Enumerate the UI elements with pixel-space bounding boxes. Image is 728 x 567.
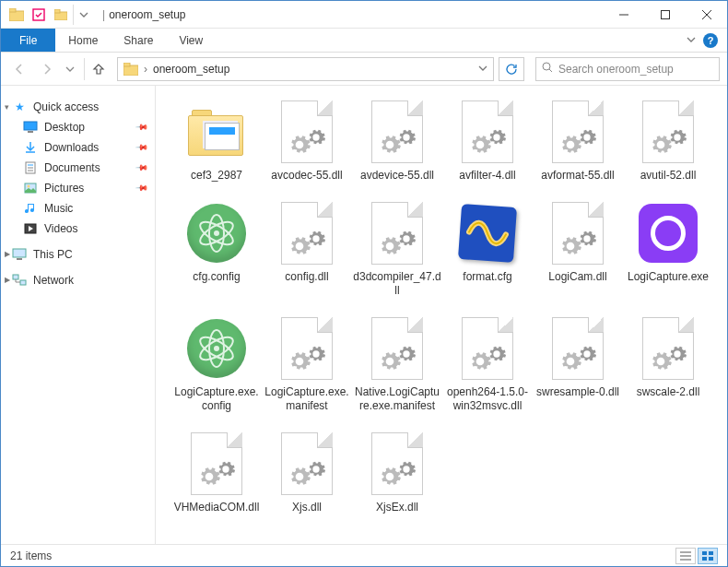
file-name: swresample-0.dll bbox=[536, 385, 619, 398]
file-item[interactable]: d3dcompiler_47.dll bbox=[353, 200, 441, 297]
tab-view[interactable]: View bbox=[166, 29, 216, 52]
sidebar-network[interactable]: ▶ Network bbox=[3, 270, 153, 290]
svg-point-9 bbox=[543, 63, 550, 70]
sidebar-item-label: Downloads bbox=[44, 140, 99, 155]
window-controls bbox=[603, 1, 727, 28]
sidebar-this-pc[interactable]: ▶ This PC bbox=[3, 244, 153, 265]
file-item[interactable]: avutil-52.dll bbox=[624, 99, 712, 182]
folder-app-icon[interactable] bbox=[6, 5, 27, 25]
file-item[interactable]: cfg.config bbox=[172, 200, 261, 297]
file-name: Xjs.dll bbox=[292, 501, 322, 514]
this-pc-icon bbox=[12, 247, 27, 262]
file-item[interactable]: XjsEx.dll bbox=[353, 431, 441, 514]
file-item[interactable]: avdevice-55.dll bbox=[353, 99, 441, 182]
file-name: openh264-1.5.0-win32msvc.dll bbox=[443, 385, 532, 412]
file-name: avfilter-4.dll bbox=[459, 169, 515, 182]
ribbon: File Home Share View ? bbox=[1, 29, 727, 53]
file-item[interactable]: openh264-1.5.0-win32msvc.dll bbox=[443, 315, 532, 412]
file-icon bbox=[183, 315, 250, 382]
chevron-right-icon[interactable]: ▶ bbox=[5, 247, 10, 262]
crumb-chevron-icon[interactable]: › bbox=[144, 63, 147, 76]
sidebar-item-label: Music bbox=[44, 201, 73, 216]
tab-home[interactable]: Home bbox=[55, 29, 111, 52]
svg-rect-12 bbox=[28, 131, 33, 133]
title-separator: | bbox=[102, 8, 105, 21]
help-icon[interactable]: ? bbox=[703, 33, 718, 48]
sidebar-item-label: This PC bbox=[33, 247, 73, 262]
file-icon bbox=[635, 315, 701, 382]
sidebar-item-label: Pictures bbox=[44, 181, 84, 195]
refresh-button[interactable] bbox=[499, 57, 524, 81]
file-item[interactable]: LogiCam.dll bbox=[534, 200, 622, 297]
pin-icon: 📌 bbox=[134, 118, 151, 136]
file-item[interactable]: config.dll bbox=[263, 200, 351, 297]
tab-share[interactable]: Share bbox=[111, 29, 166, 52]
svg-rect-39 bbox=[709, 557, 713, 561]
minimize-button[interactable] bbox=[603, 1, 644, 28]
file-item[interactable]: format.cfg bbox=[443, 200, 532, 297]
recent-locations-button[interactable] bbox=[64, 58, 76, 80]
file-item[interactable]: avcodec-55.dll bbox=[263, 99, 351, 182]
address-dropdown-icon[interactable] bbox=[478, 63, 487, 76]
file-item[interactable]: swscale-2.dll bbox=[624, 315, 712, 412]
ribbon-expand-icon[interactable] bbox=[687, 34, 696, 47]
close-button[interactable] bbox=[686, 1, 727, 28]
details-view-button[interactable] bbox=[675, 548, 696, 564]
sidebar-quick-access[interactable]: ▾ ★ Quick access bbox=[3, 97, 153, 117]
file-icon bbox=[364, 431, 430, 497]
sidebar-item-downloads[interactable]: Downloads📌 bbox=[3, 137, 153, 158]
qat-customize-icon[interactable] bbox=[73, 5, 93, 25]
file-item[interactable]: cef3_2987 bbox=[172, 99, 261, 182]
file-item[interactable]: Xjs.dll bbox=[263, 431, 351, 514]
file-icon bbox=[364, 315, 430, 382]
svg-rect-22 bbox=[17, 258, 22, 260]
search-input[interactable]: Search oneroom_setup bbox=[535, 57, 720, 81]
sidebar-item-label: Documents bbox=[44, 160, 100, 175]
sidebar-item-label: Desktop bbox=[44, 120, 85, 135]
breadcrumb[interactable]: oneroom_setup bbox=[153, 63, 229, 76]
file-tab[interactable]: File bbox=[1, 29, 55, 52]
address-bar[interactable]: › oneroom_setup bbox=[117, 57, 494, 81]
svg-point-19 bbox=[28, 185, 30, 188]
large-icons-view-button[interactable] bbox=[698, 548, 718, 564]
file-icon bbox=[274, 431, 340, 497]
file-list[interactable]: cef3_2987avcodec-55.dllavdevice-55.dllav… bbox=[156, 86, 727, 544]
downloads-icon bbox=[23, 140, 38, 155]
svg-rect-23 bbox=[13, 275, 18, 279]
back-button[interactable] bbox=[8, 58, 30, 80]
sidebar-item-music[interactable]: Music bbox=[3, 198, 153, 219]
svg-rect-8 bbox=[123, 63, 130, 66]
svg-rect-21 bbox=[13, 249, 26, 257]
chevron-right-icon[interactable]: ▶ bbox=[5, 273, 10, 288]
file-icon bbox=[364, 99, 430, 165]
music-icon bbox=[23, 201, 38, 216]
file-item[interactable]: avformat-55.dll bbox=[534, 99, 622, 182]
address-folder-icon bbox=[123, 62, 138, 77]
maximize-button[interactable] bbox=[644, 1, 686, 28]
svg-rect-24 bbox=[20, 280, 26, 285]
file-item[interactable]: VHMediaCOM.dll bbox=[172, 431, 261, 514]
file-icon bbox=[545, 315, 611, 382]
svg-point-32 bbox=[214, 346, 219, 351]
sidebar-item-pictures[interactable]: Pictures📌 bbox=[3, 178, 153, 198]
file-name: config.dll bbox=[285, 270, 328, 283]
file-item[interactable]: avfilter-4.dll bbox=[443, 99, 532, 182]
file-item[interactable]: LogiCapture.exe.manifest bbox=[263, 315, 351, 412]
chevron-down-icon[interactable]: ▾ bbox=[5, 100, 9, 114]
file-item[interactable]: LogiCapture.exe.config bbox=[172, 315, 261, 412]
svg-rect-38 bbox=[702, 557, 707, 561]
file-item[interactable]: Native.LogiCapture.exe.manifest bbox=[353, 315, 441, 412]
forward-button[interactable] bbox=[36, 58, 58, 80]
pictures-icon bbox=[23, 181, 38, 195]
qat-properties-icon[interactable] bbox=[29, 5, 49, 25]
file-item[interactable]: swresample-0.dll bbox=[534, 315, 622, 412]
sidebar-item-videos[interactable]: Videos bbox=[3, 219, 153, 239]
file-icon bbox=[183, 200, 250, 266]
sidebar-item-desktop[interactable]: Desktop📌 bbox=[3, 117, 153, 137]
sidebar-item-label: Videos bbox=[44, 221, 77, 236]
sidebar-item-documents[interactable]: Documents📌 bbox=[3, 158, 153, 178]
file-item[interactable]: LogiCapture.exe bbox=[624, 200, 712, 297]
file-icon bbox=[635, 200, 701, 266]
qat-new-folder-icon[interactable] bbox=[51, 5, 71, 25]
up-button[interactable] bbox=[84, 58, 106, 80]
